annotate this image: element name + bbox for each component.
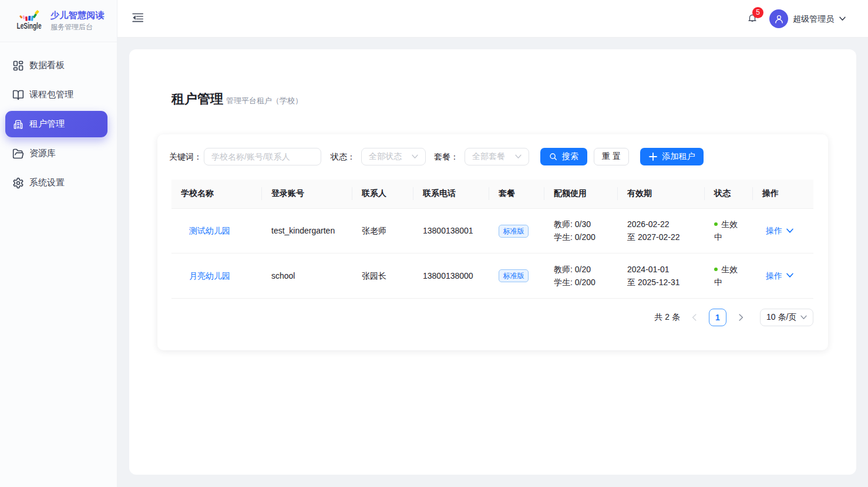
contact-cell: 张园长 bbox=[352, 253, 413, 298]
package-badge: 标准版 bbox=[499, 225, 529, 238]
sidebar-item-settings[interactable]: 系统设置 bbox=[5, 170, 107, 196]
tenant-table: 学校名称 登录账号 联系人 联系电话 套餐 配额使用 有效期 状态 操作 测试幼… bbox=[171, 180, 813, 299]
status-dot bbox=[714, 268, 718, 271]
quota-teachers: 教师: 0/20 bbox=[554, 263, 608, 276]
notification-badge: 5 bbox=[752, 7, 763, 18]
sidebar-item-tenants[interactable]: 租户管理 bbox=[5, 111, 107, 137]
keyword-label: 关键词： bbox=[169, 148, 202, 165]
chevron-down-icon bbox=[839, 16, 846, 21]
validity-end: 至 2025-12-31 bbox=[627, 276, 695, 289]
brand-name: LeSingle bbox=[17, 21, 42, 31]
page-head: 租户管理 管理平台租户（学校） bbox=[171, 91, 302, 107]
col-actions: 操作 bbox=[753, 180, 813, 208]
status-cell: 生效中 bbox=[705, 253, 753, 298]
row-actions-dropdown[interactable]: 操作 bbox=[762, 224, 804, 237]
status-select[interactable]: 全部状态 bbox=[361, 148, 426, 165]
package-label: 套餐： bbox=[434, 148, 459, 165]
row-actions-dropdown[interactable]: 操作 bbox=[762, 269, 804, 282]
col-status: 状态 bbox=[705, 180, 753, 208]
chevron-right-icon bbox=[739, 314, 743, 321]
prev-page-button[interactable] bbox=[689, 309, 699, 326]
table-header-row: 学校名称 登录账号 联系人 联系电话 套餐 配额使用 有效期 状态 操作 bbox=[171, 180, 813, 208]
validity-cell: 2024-01-01 至 2025-12-31 bbox=[618, 253, 705, 298]
status-badge: 生效中 bbox=[714, 219, 738, 242]
actions-label: 操作 bbox=[766, 224, 782, 237]
menu-fold-icon[interactable] bbox=[132, 12, 143, 23]
notification-bell[interactable]: 5 bbox=[747, 12, 758, 23]
app-subtitle: 服务管理后台 bbox=[51, 22, 105, 32]
col-quota: 配额使用 bbox=[544, 180, 618, 208]
school-name-link[interactable]: 测试幼儿园 bbox=[181, 224, 230, 237]
page-1-button[interactable]: 1 bbox=[709, 309, 726, 326]
reset-button[interactable]: 重 置 bbox=[594, 148, 629, 165]
phone-cell: 13800138000 bbox=[413, 253, 489, 298]
package-badge: 标准版 bbox=[499, 269, 529, 282]
package-select-value: 全部套餐 bbox=[472, 151, 505, 162]
sidebar-item-dashboard[interactable]: 数据看板 bbox=[5, 52, 107, 79]
account-cell: test_kindergarten bbox=[262, 208, 352, 253]
keyword-input[interactable] bbox=[204, 148, 321, 165]
filter-bar: 关键词： 状态： 全部状态 套餐： 全部套餐 搜索 重 置 bbox=[157, 148, 828, 165]
actions-label: 操作 bbox=[766, 269, 782, 282]
add-tenant-button[interactable]: 添加租户 bbox=[640, 148, 704, 165]
col-contact: 联系人 bbox=[352, 180, 413, 208]
col-account: 登录账号 bbox=[262, 180, 352, 208]
phone-cell: 13800138001 bbox=[413, 208, 489, 253]
search-button[interactable]: 搜索 bbox=[540, 148, 587, 165]
contact-cell: 张老师 bbox=[352, 208, 413, 253]
plus-icon bbox=[649, 153, 657, 161]
quota-students: 学生: 0/200 bbox=[554, 276, 608, 289]
sidebar-menu: 数据看板 课程包管理 租户管理 资源库 bbox=[0, 42, 117, 196]
pagination: 共 2 条 1 10 条/页 bbox=[654, 309, 813, 326]
add-tenant-button-label: 添加租户 bbox=[662, 151, 695, 162]
school-name-link[interactable]: 月亮幼儿园 bbox=[181, 269, 230, 282]
chevron-down-icon bbox=[786, 273, 793, 278]
chevron-down-icon bbox=[515, 154, 522, 159]
actions-cell: 操作 bbox=[753, 208, 813, 253]
book-open-icon bbox=[12, 89, 24, 101]
main-card: 租户管理 管理平台租户（学校） 关键词： 状态： 全部状态 套餐： 全部套餐 搜… bbox=[129, 49, 856, 475]
sidebar-item-label: 数据看板 bbox=[29, 60, 65, 71]
validity-end: 至 2027-02-22 bbox=[627, 231, 695, 244]
col-school: 学校名称 bbox=[171, 180, 262, 208]
app-title: 少儿智慧阅读 bbox=[51, 9, 105, 21]
lesingle-logo: LeSingle bbox=[16, 4, 43, 32]
avatar[interactable] bbox=[769, 9, 788, 28]
quota-cell: 教师: 0/30 学生: 0/200 bbox=[544, 208, 618, 253]
chevron-left-icon bbox=[692, 314, 697, 321]
col-validity: 有效期 bbox=[618, 180, 705, 208]
top-header: 5 超级管理员 bbox=[117, 0, 868, 38]
logo-block: LeSingle 少儿智慧阅读 服务管理后台 bbox=[0, 0, 117, 42]
sidebar: LeSingle 少儿智慧阅读 服务管理后台 数据看板 课程包管理 bbox=[0, 0, 117, 487]
sidebar-item-courses[interactable]: 课程包管理 bbox=[5, 82, 107, 108]
page-size-select[interactable]: 10 条/页 bbox=[760, 309, 813, 326]
sidebar-item-resources[interactable]: 资源库 bbox=[5, 140, 107, 167]
page-subtitle: 管理平台租户（学校） bbox=[226, 96, 302, 106]
user-name[interactable]: 超级管理员 bbox=[793, 14, 834, 25]
actions-cell: 操作 bbox=[753, 253, 813, 298]
status-label: 状态： bbox=[331, 148, 355, 165]
next-page-button[interactable] bbox=[736, 309, 746, 326]
search-button-label: 搜索 bbox=[562, 151, 578, 162]
status-cell: 生效中 bbox=[705, 208, 753, 253]
search-icon bbox=[549, 153, 557, 161]
page-title: 租户管理 bbox=[171, 91, 223, 107]
sidebar-item-label: 租户管理 bbox=[29, 119, 65, 130]
account-cell: school bbox=[262, 253, 352, 298]
folder-open-icon bbox=[12, 148, 24, 160]
status-dot bbox=[714, 222, 718, 226]
package-select[interactable]: 全部套餐 bbox=[465, 148, 529, 165]
quota-teachers: 教师: 0/30 bbox=[554, 218, 608, 231]
validity-start: 2026-02-22 bbox=[627, 218, 695, 231]
building-icon bbox=[12, 119, 24, 130]
sidebar-item-label: 系统设置 bbox=[29, 177, 65, 188]
status-select-value: 全部状态 bbox=[369, 151, 402, 162]
dashboard-icon bbox=[12, 60, 24, 72]
table-row: 测试幼儿园 test_kindergarten 张老师 13800138001 … bbox=[171, 208, 813, 253]
page-size-value: 10 条/页 bbox=[766, 312, 796, 323]
chevron-down-icon bbox=[800, 315, 807, 320]
reset-button-label: 重 置 bbox=[602, 151, 621, 162]
validity-start: 2024-01-01 bbox=[627, 263, 695, 276]
quota-students: 学生: 0/200 bbox=[554, 231, 608, 244]
user-icon bbox=[773, 13, 785, 25]
